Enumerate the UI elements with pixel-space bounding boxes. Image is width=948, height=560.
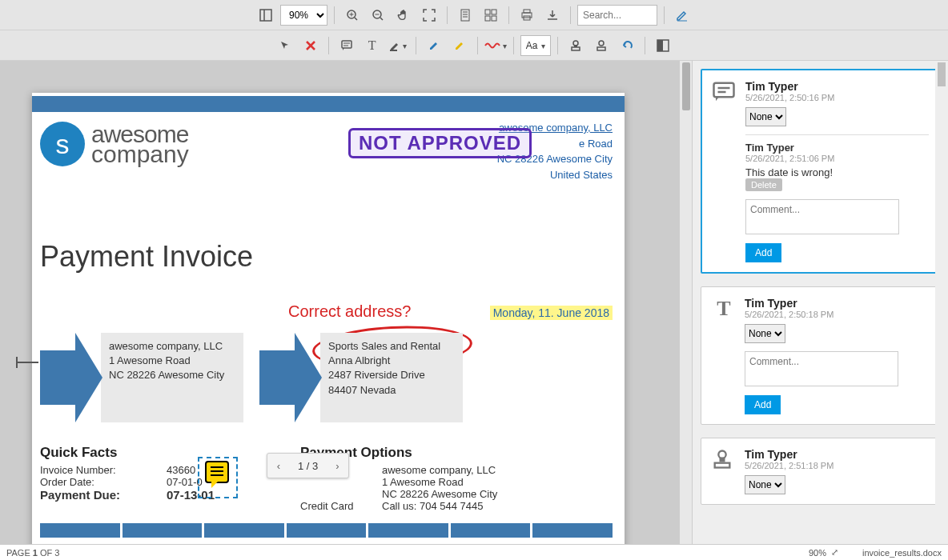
panel-scrollbar[interactable] xyxy=(935,61,948,544)
underline-icon[interactable] xyxy=(448,34,471,57)
continuous-icon[interactable] xyxy=(454,4,476,26)
highlight-icon[interactable] xyxy=(423,34,445,57)
separator xyxy=(513,37,514,54)
svg-rect-13 xyxy=(485,10,490,14)
text-icon[interactable]: T xyxy=(361,34,384,57)
svg-rect-16 xyxy=(492,16,496,21)
separator xyxy=(416,37,416,54)
redact-icon[interactable] xyxy=(652,34,674,57)
comment-author: Tim Typer xyxy=(745,448,834,461)
comment-icon[interactable] xyxy=(335,34,358,57)
logo-mark: s xyxy=(40,122,85,166)
svg-rect-38 xyxy=(720,458,725,462)
invoice-date-highlight[interactable]: Monday, 11. June 2018 xyxy=(490,306,613,320)
page-header-band xyxy=(32,96,625,112)
panel-toggle-icon[interactable] xyxy=(255,4,277,26)
reply-input[interactable] xyxy=(745,199,899,234)
svg-point-30 xyxy=(599,41,604,46)
document-viewport[interactable]: s awesome company awesome company, LLC e… xyxy=(0,61,679,544)
add-reply-button[interactable]: Add xyxy=(745,395,781,414)
zoom-out-icon[interactable] xyxy=(367,4,389,26)
separator xyxy=(508,6,509,24)
zoom-select[interactable]: 90% xyxy=(280,5,327,26)
stamp-icon[interactable] xyxy=(564,34,587,57)
expand-icon[interactable]: ⤢ xyxy=(831,547,838,558)
arrow-icon xyxy=(259,333,320,422)
svg-rect-15 xyxy=(485,16,490,21)
svg-rect-39 xyxy=(715,463,730,468)
quick-facts-section: Quick Facts Invoice Number:43660 Order D… xyxy=(40,445,215,502)
address-blocks: awesome company, LLC1 Awesome RoadNC 282… xyxy=(40,333,463,422)
comment-time: 5/26/2021, 2:51:18 PM xyxy=(745,461,834,470)
ink-highlight-icon[interactable] xyxy=(387,34,409,57)
svg-rect-17 xyxy=(524,10,530,13)
margin-marker xyxy=(16,362,38,363)
separator xyxy=(334,6,335,24)
undo-icon[interactable] xyxy=(616,34,638,57)
comment-card[interactable]: Tim Typer 5/26/2021, 2:50:16 PM None Tim… xyxy=(701,69,940,274)
font-size-dropdown[interactable]: Aa xyxy=(520,35,552,56)
svg-rect-33 xyxy=(657,40,663,51)
page-status: PAGE 1 OF 3 xyxy=(6,548,59,558)
separator xyxy=(477,37,478,54)
svg-rect-29 xyxy=(574,45,577,47)
squiggle-icon[interactable] xyxy=(484,34,507,57)
separator xyxy=(664,6,665,24)
zoom-in-icon[interactable] xyxy=(341,4,364,26)
select-icon[interactable] xyxy=(274,34,296,57)
reply-input[interactable] xyxy=(745,351,898,386)
status-bar: PAGE 1 OF 3 90% ⤢ invoice_results.docx xyxy=(0,544,948,560)
comment-author: Tim Typer xyxy=(745,80,834,93)
svg-line-8 xyxy=(380,18,383,20)
svg-rect-28 xyxy=(572,47,580,50)
print-icon[interactable] xyxy=(516,4,538,26)
doc-scrollbar[interactable] xyxy=(679,61,692,544)
filename: invoice_results.docx xyxy=(862,548,942,558)
page-title: Payment Invoice xyxy=(40,240,253,274)
comment-author: Tim Typer xyxy=(745,297,834,310)
next-page-button[interactable]: › xyxy=(326,454,348,478)
chevron-down-icon xyxy=(403,39,407,51)
delete-reply-button[interactable]: Delete xyxy=(745,178,782,191)
comment-status-select[interactable]: None xyxy=(745,475,785,494)
fit-icon[interactable] xyxy=(418,4,440,26)
separator xyxy=(557,37,558,54)
reply-body: This date is wrong! xyxy=(745,166,929,178)
svg-rect-23 xyxy=(342,41,351,48)
sticky-note-icon[interactable] xyxy=(205,461,229,483)
stamp-annotation-icon xyxy=(711,448,737,474)
comment-card[interactable]: T Tim Typer 5/26/2021, 2:50:18 PM None A… xyxy=(701,286,940,425)
annotation-text-correct-address[interactable]: Correct address? xyxy=(288,302,411,321)
add-reply-button[interactable]: Add xyxy=(745,243,781,262)
reply-author: Tim Typer xyxy=(745,142,929,154)
chevron-down-icon xyxy=(503,39,507,51)
prev-page-button[interactable]: ‹ xyxy=(267,454,290,478)
delete-icon[interactable] xyxy=(299,34,322,57)
comment-type-icon xyxy=(712,80,737,106)
hand-icon[interactable] xyxy=(392,4,415,26)
sign-icon[interactable] xyxy=(671,4,693,26)
svg-rect-9 xyxy=(461,10,469,21)
company-logo: s awesome company xyxy=(40,122,189,166)
reply-time: 5/26/2021, 2:51:06 PM xyxy=(745,154,929,163)
zoom-status: 90% xyxy=(809,548,826,558)
comment-card[interactable]: Tim Typer 5/26/2021, 2:51:18 PM None xyxy=(701,438,940,505)
stamp-add-icon[interactable] xyxy=(590,34,613,57)
comment-status-select[interactable]: None xyxy=(745,324,785,343)
comments-panel: Tim Typer 5/26/2021, 2:50:16 PM None Tim… xyxy=(692,61,948,544)
svg-rect-26 xyxy=(390,50,397,51)
page-indicator: 1 / 3 xyxy=(290,460,326,472)
invoice-table-header xyxy=(40,523,613,538)
text-annotation-icon: T xyxy=(711,297,737,322)
chevron-down-icon xyxy=(541,40,545,51)
separator xyxy=(447,6,448,24)
grid-icon[interactable] xyxy=(480,4,502,26)
download-icon[interactable] xyxy=(541,4,564,26)
comment-status-select[interactable]: None xyxy=(745,107,786,126)
svg-point-37 xyxy=(718,451,725,458)
stamp-not-approved[interactable]: NOT APPROVED xyxy=(348,128,532,158)
separator xyxy=(645,37,645,54)
search-input[interactable] xyxy=(577,5,657,26)
logo-text: awesome company xyxy=(91,124,189,165)
comment-time: 5/26/2021, 2:50:18 PM xyxy=(745,310,834,319)
